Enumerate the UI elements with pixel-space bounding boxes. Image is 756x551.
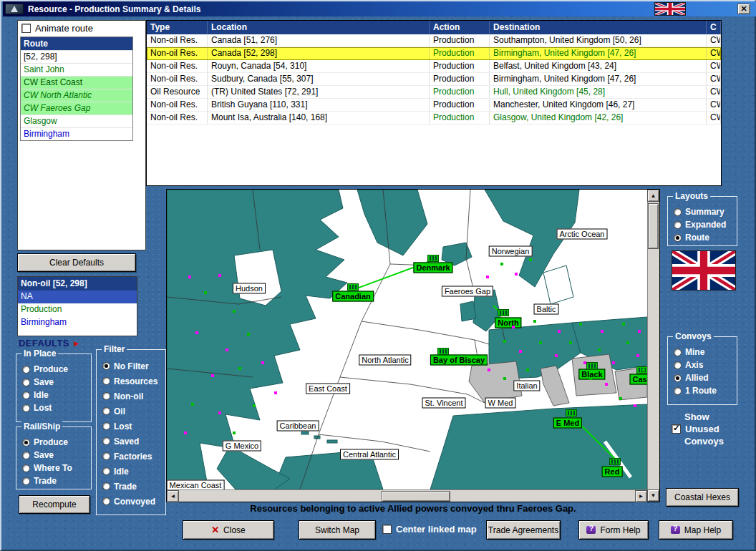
filter-option-idle[interactable]: Idle: [97, 464, 165, 479]
map-label-red[interactable]: Red: [602, 467, 623, 477]
route-list-item-52-298[interactable]: [52, 298]: [21, 50, 132, 63]
map-label-denmark[interactable]: Denmark: [413, 263, 452, 273]
map-label-italian[interactable]: Italian: [513, 381, 540, 391]
map-label-hudson[interactable]: Hudson: [233, 283, 266, 294]
radio-icon[interactable]: [22, 439, 30, 447]
radio-icon[interactable]: [102, 422, 110, 430]
radio-icon[interactable]: [22, 477, 30, 485]
in-place-option-lost[interactable]: Lost: [16, 401, 91, 414]
close-window-icon[interactable]: ✕: [737, 4, 750, 14]
map-label-baltic[interactable]: Baltic: [534, 304, 559, 315]
radio-icon[interactable]: [22, 452, 30, 459]
title-bar[interactable]: Resource - Production Summary & Details …: [3, 1, 756, 16]
column-header-location[interactable]: Location: [208, 21, 430, 34]
convoy-ship-icon[interactable]: [609, 458, 621, 465]
trade-agreements-button[interactable]: Trade Agreements: [486, 520, 561, 540]
map-label-norwegian[interactable]: Norwegian: [489, 246, 533, 257]
map-label-mexican-coast[interactable]: Mexican Coast: [167, 480, 224, 490]
map-label-faeroes-gap[interactable]: Faeroes Gap: [442, 286, 493, 297]
filter-option-non-oil[interactable]: Non-oil: [97, 389, 165, 404]
map-label-w-med[interactable]: W Med: [485, 398, 516, 409]
vertical-scroll-thumb[interactable]: [648, 203, 659, 249]
center-linked-map-row[interactable]: Center linked map: [382, 524, 477, 535]
route-list-item-cw-east-coast[interactable]: CW East Coast: [21, 76, 132, 89]
in-place-option-idle[interactable]: Idle: [16, 389, 91, 401]
radio-icon[interactable]: [102, 407, 110, 415]
table-row[interactable]: Non-oil Res.Sudbury, Canada [55, 307]Pro…: [147, 73, 721, 86]
rail-ship-option-save[interactable]: Save: [16, 449, 91, 462]
animate-route-checkbox[interactable]: [21, 24, 31, 33]
scroll-up-icon[interactable]: ▲: [647, 190, 659, 202]
selection-row-production[interactable]: Production: [18, 303, 137, 316]
map-label-black[interactable]: Black: [578, 369, 605, 380]
map-label-east-coast[interactable]: East Coast: [306, 384, 350, 394]
convoy-ship-icon[interactable]: [437, 348, 449, 355]
radio-icon[interactable]: [102, 497, 110, 505]
radio-icon[interactable]: [22, 391, 30, 399]
switch-map-button[interactable]: Switch Map: [299, 520, 376, 540]
map-canvas[interactable]: HudsonArctic OceanNorwegianFaeroes GapBa…: [167, 190, 647, 489]
radio-icon[interactable]: [102, 377, 110, 385]
map-help-button[interactable]: ? Map Help: [659, 520, 733, 540]
map-label-bay-of-biscay[interactable]: Bay of Biscay: [430, 355, 488, 366]
selection-row-na[interactable]: NA: [18, 291, 137, 303]
route-list-item-cw-faeroes-gap[interactable]: CW Faeroes Gap: [21, 102, 132, 114]
map-area[interactable]: HudsonArctic OceanNorwegianFaeroes GapBa…: [166, 189, 660, 502]
show-unused-line2[interactable]: Unused: [670, 423, 739, 435]
rail-ship-option-produce[interactable]: Produce: [16, 436, 91, 449]
convoys-option-axis[interactable]: Axis: [668, 359, 737, 371]
radio-icon[interactable]: [102, 452, 110, 460]
map-label-north-atlantic[interactable]: North Atlantic: [359, 355, 411, 366]
close-button[interactable]: ✕ Close: [183, 520, 274, 540]
map-label-e-med[interactable]: E Med: [553, 418, 582, 429]
route-list-item-glasgow[interactable]: Glasgow: [21, 114, 132, 127]
unused-convoys-checkbox[interactable]: [672, 424, 681, 434]
convoy-ship-icon[interactable]: [566, 409, 577, 416]
convoy-ship-icon[interactable]: [586, 362, 598, 369]
map-label-arctic-ocean[interactable]: Arctic Ocean: [557, 229, 608, 240]
route-list-item-cw-north-atlantic[interactable]: CW North Atlantic: [21, 89, 132, 102]
radio-icon[interactable]: [674, 348, 682, 356]
in-place-option-save[interactable]: Save: [16, 376, 91, 389]
layouts-option-route[interactable]: Route: [668, 231, 737, 244]
map-label-caribbean[interactable]: Caribbean: [277, 421, 319, 431]
map-label-st-vincent[interactable]: St. Vincent: [422, 398, 466, 409]
rail-ship-option-trade[interactable]: Trade: [16, 474, 91, 487]
rail-ship-option-where-to[interactable]: Where To: [16, 462, 91, 474]
radio-icon[interactable]: [674, 361, 682, 369]
map-label-g-mexico[interactable]: G Mexico: [223, 441, 261, 452]
radio-icon[interactable]: [102, 362, 110, 370]
map-horizontal-scrollbar[interactable]: ◄ ►: [167, 489, 647, 502]
column-header-c[interactable]: C: [707, 21, 721, 34]
filter-option-factories[interactable]: Factories: [97, 449, 165, 464]
radio-icon[interactable]: [674, 234, 682, 242]
map-vertical-scrollbar[interactable]: ▲ ▼: [647, 190, 659, 502]
radio-icon[interactable]: [22, 464, 30, 472]
column-header-type[interactable]: Type: [147, 21, 208, 34]
column-header-destination[interactable]: Destination: [490, 21, 707, 34]
convoys-option-1-route[interactable]: 1 Route: [668, 384, 737, 397]
radio-icon[interactable]: [22, 404, 30, 412]
center-linked-map-checkbox[interactable]: [382, 525, 392, 534]
in-place-option-produce[interactable]: Produce: [16, 363, 91, 376]
table-row[interactable]: Oil Resource(TR) United States [72, 291]…: [147, 86, 721, 99]
convoy-ship-icon[interactable]: [427, 255, 439, 262]
route-list-item-birmingham[interactable]: Birmingham: [21, 127, 132, 140]
map-label-north[interactable]: North: [495, 318, 521, 328]
filter-option-no-filter[interactable]: No Filter: [97, 359, 165, 374]
filter-option-resources[interactable]: Resources: [97, 374, 165, 389]
route-list-item-saint-john[interactable]: Saint John: [21, 63, 132, 76]
form-help-button[interactable]: ? Form Help: [578, 520, 649, 540]
radio-icon[interactable]: [22, 379, 30, 386]
scroll-left-icon[interactable]: ◄: [167, 490, 179, 502]
convoys-option-mine[interactable]: Mine: [668, 346, 737, 359]
table-row[interactable]: Non-oil Res.British Guyana [110, 331]Pro…: [147, 99, 721, 112]
radio-icon[interactable]: [674, 208, 682, 216]
clear-defaults-button[interactable]: Clear Defaults: [17, 253, 136, 272]
animate-route-row[interactable]: Animate route: [18, 21, 145, 36]
radio-icon[interactable]: [674, 221, 682, 229]
coastal-hexes-button[interactable]: Coastal Hexes: [666, 488, 739, 507]
filter-option-lost[interactable]: Lost: [97, 419, 165, 434]
recompute-button[interactable]: Recompute: [19, 495, 90, 514]
filter-option-convoyed[interactable]: Convoyed: [97, 494, 165, 509]
